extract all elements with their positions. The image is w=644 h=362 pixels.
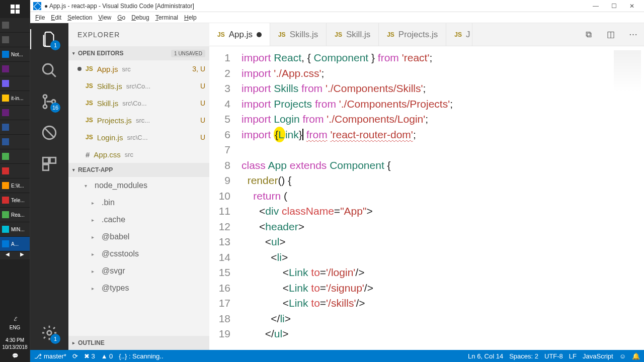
- maximize-button[interactable]: ☐: [605, 3, 623, 10]
- outline-header[interactable]: ▸ OUTLINE: [68, 336, 209, 350]
- file-status: U: [200, 82, 205, 90]
- folder-name: node_modules: [95, 181, 147, 190]
- titlebar: ● App.js - react-app - Visual Studio Cod…: [30, 0, 644, 12]
- folder-item[interactable]: ▾node_modules: [75, 177, 209, 194]
- folder-name: @csstools: [102, 249, 139, 258]
- errors-indicator[interactable]: ✖ 3: [84, 352, 95, 360]
- open-editor-item[interactable]: JSProjects.jssrc...U: [68, 112, 209, 129]
- file-name: Login.js: [97, 133, 123, 142]
- warnings-indicator[interactable]: ▲ 0: [101, 352, 113, 360]
- open-editor-item[interactable]: JSSkill.jssrc\Co...U: [68, 95, 209, 112]
- js-icon: JS: [86, 65, 93, 72]
- clock[interactable]: 4:30 PM10/13/2018: [0, 335, 30, 353]
- source-control-icon[interactable]: 16: [39, 92, 59, 112]
- vscode-window: ● App.js - react-app - Visual Studio Cod…: [30, 0, 644, 362]
- split-editor-icon[interactable]: ◫: [600, 23, 622, 46]
- encoding-indicator[interactable]: UTF-8: [544, 352, 563, 360]
- scan-indicator[interactable]: {..} : Scanning..: [119, 352, 163, 360]
- taskbar-item[interactable]: [0, 120, 30, 135]
- editor-tab[interactable]: JSProjects.js: [379, 23, 446, 46]
- svg-point-10: [47, 331, 52, 335]
- tab-label: Projects.js: [398, 30, 438, 40]
- feedback-icon[interactable]: ☺: [619, 352, 626, 360]
- taskbar-item[interactable]: [0, 62, 30, 76]
- code-lines[interactable]: import React, { Component } from 'react'…: [242, 46, 644, 350]
- taskbar-item[interactable]: [0, 164, 30, 178]
- taskbar-item[interactable]: Rea...: [0, 208, 30, 222]
- editor-tab[interactable]: JSSkill.js: [327, 23, 379, 46]
- explorer-icon[interactable]: 1: [39, 29, 59, 49]
- eol-indicator[interactable]: LF: [569, 352, 577, 360]
- js-icon: JS: [86, 134, 93, 141]
- taskbar-item[interactable]: Tele...: [0, 193, 30, 208]
- taskbar-item[interactable]: [0, 106, 30, 120]
- folder-item[interactable]: ▸.cache: [75, 211, 209, 228]
- menu-go[interactable]: Go: [115, 14, 127, 21]
- language-indicator[interactable]: ENG: [0, 325, 30, 335]
- menu-debug[interactable]: Debug: [129, 14, 151, 21]
- file-path: src: [122, 65, 130, 73]
- search-icon[interactable]: [39, 60, 59, 80]
- chevron-right-icon: ▸: [92, 200, 98, 206]
- menu-edit[interactable]: Edit: [49, 14, 63, 21]
- start-button[interactable]: [0, 0, 30, 18]
- taskbar-item[interactable]: [0, 76, 30, 91]
- folder-item[interactable]: ▸.bin: [75, 194, 209, 211]
- taskbar-item[interactable]: E:\it...: [0, 178, 30, 193]
- editor: JSApp.jsJSSkills.jsJSSkill.jsJSProjects.…: [209, 23, 644, 350]
- more-icon[interactable]: ⋯: [622, 23, 644, 46]
- cursor-position[interactable]: Ln 6, Col 14: [468, 352, 503, 360]
- taskbar-item[interactable]: MIN...: [0, 222, 30, 237]
- taskbar-item[interactable]: [0, 18, 30, 33]
- sync-button[interactable]: ⟳: [72, 352, 78, 360]
- js-icon: JS: [86, 100, 93, 107]
- minimize-button[interactable]: —: [587, 3, 605, 10]
- notification-tray[interactable]: 💬: [0, 353, 30, 362]
- taskbar-item[interactable]: [0, 33, 30, 47]
- editor-tab[interactable]: JSJ: [446, 23, 472, 46]
- svg-point-2: [43, 95, 47, 99]
- open-editor-item[interactable]: #App.csssrc: [68, 146, 209, 163]
- menu-view[interactable]: View: [96, 14, 113, 21]
- branch-indicator[interactable]: ⎇master*: [34, 352, 66, 360]
- notifications-icon[interactable]: 🔔: [632, 352, 640, 360]
- file-name: Projects.js: [97, 116, 132, 125]
- taskbar-scroll[interactable]: ◀▶: [0, 251, 30, 259]
- extensions-icon[interactable]: [39, 154, 59, 174]
- taskbar-item[interactable]: Not...: [0, 47, 30, 62]
- menu-terminal[interactable]: Terminal: [153, 14, 180, 21]
- editor-tab[interactable]: JSSkills.js: [270, 23, 327, 46]
- language-mode[interactable]: JavaScript: [583, 352, 613, 360]
- open-editor-item[interactable]: JSApp.jssrc3, U: [68, 60, 209, 77]
- taskbar-item[interactable]: [0, 135, 30, 149]
- input-indicator[interactable]: ℰ: [0, 313, 30, 325]
- taskbar-item[interactable]: A...: [0, 237, 30, 251]
- debug-icon[interactable]: [39, 123, 59, 143]
- open-editors-header[interactable]: ▾ OPEN EDITORS 1 UNSAVED: [68, 46, 209, 60]
- svg-rect-7: [43, 157, 48, 163]
- folder-item[interactable]: ▸@svgr: [75, 262, 209, 280]
- svg-line-1: [51, 72, 56, 77]
- project-header[interactable]: ▾ REACT-APP: [68, 163, 209, 177]
- menu-selection[interactable]: Selection: [65, 14, 94, 21]
- taskbar-item[interactable]: it-in...: [0, 91, 30, 106]
- settings-gear-icon[interactable]: 1: [39, 323, 59, 343]
- taskbar-item[interactable]: [0, 149, 30, 164]
- indent-indicator[interactable]: Spaces: 2: [509, 352, 538, 360]
- unsaved-badge: 1 UNSAVED: [171, 50, 205, 57]
- js-icon: JS: [454, 31, 462, 38]
- folder-item[interactable]: ▸@babel: [75, 228, 209, 245]
- tabs: JSApp.jsJSSkills.jsJSSkill.jsJSProjects.…: [209, 23, 644, 46]
- compare-icon[interactable]: ⧉: [578, 23, 600, 46]
- folder-name: @babel: [102, 232, 129, 241]
- open-editor-item[interactable]: JSSkills.jssrc\Co...U: [68, 77, 209, 95]
- open-editor-item[interactable]: JSLogin.jssrc\C...U: [68, 129, 209, 146]
- menu-file[interactable]: File: [33, 14, 47, 21]
- editor-tab[interactable]: JSApp.js: [209, 23, 270, 46]
- folder-item[interactable]: ▸@csstools: [75, 245, 209, 262]
- minimap[interactable]: [614, 50, 641, 93]
- code-area[interactable]: 12345678910111213141516171819 import Rea…: [209, 46, 644, 350]
- menu-help[interactable]: Help: [182, 14, 199, 21]
- close-button[interactable]: ✕: [623, 3, 641, 10]
- folder-item[interactable]: ▸@types: [75, 280, 209, 297]
